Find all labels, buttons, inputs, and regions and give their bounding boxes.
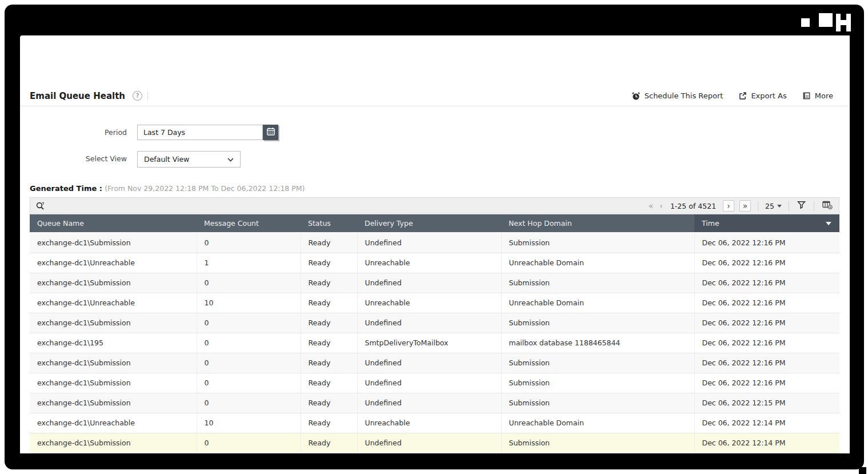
sort-desc-icon — [826, 222, 831, 225]
table-cell: Unreachable Domain — [501, 293, 694, 313]
table-cell: Unreachable — [357, 413, 501, 433]
table-cell: Undefined — [357, 273, 501, 293]
select-view-value: Default View — [144, 155, 189, 164]
column-header-status[interactable]: Status — [301, 214, 357, 233]
next-page-button[interactable]: › — [723, 200, 734, 212]
help-icon[interactable]: ? — [133, 91, 142, 101]
select-view-dropdown[interactable]: Default View — [137, 151, 241, 168]
funnel-icon — [797, 201, 806, 211]
table-row[interactable]: exchange-dc1\Submission0ReadyUndefinedSu… — [30, 393, 839, 413]
pagination-range: 1-25 of 4521 — [670, 202, 716, 210]
table-cell: 0 — [197, 273, 301, 293]
table-cell: 1 — [197, 253, 301, 273]
table-header-row: Queue Name Message Count Status Delivery… — [30, 214, 839, 233]
table-cell: 0 — [197, 233, 301, 253]
table-cell: 0 — [197, 353, 301, 373]
schedule-report-label: Schedule This Report — [645, 91, 723, 100]
prev-page-button[interactable]: ‹ — [659, 202, 663, 210]
column-header-message-count[interactable]: Message Count — [197, 214, 301, 233]
logo-block-h-icon — [836, 14, 851, 31]
table-cell: Submission — [501, 393, 694, 413]
table-cell: Unreachable Domain — [501, 413, 694, 433]
search-icon[interactable] — [35, 201, 45, 211]
calendar-button[interactable] — [263, 125, 278, 140]
table-row[interactable]: exchange-dc1\Submission0ReadyUndefinedSu… — [30, 433, 839, 453]
generated-time-label: Generated Time : — [30, 184, 102, 193]
table-cell: Dec 06, 2022 12:16 PM — [694, 233, 839, 253]
last-page-button[interactable]: » — [739, 200, 751, 212]
table-cell: exchange-dc1\Submission — [30, 233, 197, 253]
more-button[interactable]: More — [802, 91, 833, 100]
more-label: More — [815, 91, 833, 100]
table-cell: 0 — [197, 433, 301, 453]
column-chooser-button[interactable] — [821, 201, 834, 211]
table-cell: Submission — [501, 373, 694, 393]
table-row[interactable]: exchange-dc1\Unreachable10ReadyUnreachab… — [30, 293, 839, 313]
table-cell: Undefined — [357, 393, 501, 413]
table-cell: Ready — [301, 253, 357, 273]
more-icon — [802, 91, 811, 100]
table-row[interactable]: exchange-dc1\Unreachable10ReadyUnreachab… — [30, 413, 839, 433]
table-cell: exchange-dc1\Unreachable — [30, 293, 197, 313]
table-row[interactable]: exchange-dc1\Submission0ReadyUndefinedSu… — [30, 273, 839, 293]
table-cell: Dec 06, 2022 12:16 PM — [694, 293, 839, 313]
table-cell: Dec 06, 2022 12:16 PM — [694, 253, 839, 273]
schedule-report-button[interactable]: Schedule This Report — [631, 91, 723, 101]
period-label: Period — [20, 128, 127, 137]
table-cell: 0 — [197, 313, 301, 333]
table-cell: Ready — [301, 413, 357, 433]
table-row[interactable]: exchange-dc1\Submission0ReadyUndefinedSu… — [30, 353, 839, 373]
table-cell: Ready — [301, 353, 357, 373]
column-header-time[interactable]: Time — [694, 214, 839, 233]
report-actions: Schedule This Report Export As More — [631, 91, 833, 101]
column-header-queue-name[interactable]: Queue Name — [30, 214, 197, 233]
table-cell: exchange-dc1\Submission — [30, 313, 197, 333]
table-cell: Unreachable — [357, 253, 501, 273]
table-row[interactable]: exchange-dc1\Unreachable1ReadyUnreachabl… — [30, 253, 839, 273]
toolbar-separator — [814, 201, 814, 211]
column-header-next-hop-domain[interactable]: Next Hop Domain — [501, 214, 694, 233]
table-cell: exchange-dc1\Submission — [30, 433, 197, 453]
table-cell: Ready — [301, 273, 357, 293]
table-cell: Dec 06, 2022 12:14 PM — [694, 433, 839, 453]
table-cell: Ready — [301, 333, 357, 353]
pagination: « ‹ 1-25 of 4521 › » 25 — [648, 200, 834, 212]
table-row[interactable]: exchange-dc1\1950ReadySmtpDeliveryToMail… — [30, 333, 839, 353]
column-chooser-icon — [822, 201, 833, 211]
column-header-time-label: Time — [702, 219, 719, 228]
table-row[interactable]: exchange-dc1\Submission0ReadyUndefinedSu… — [30, 373, 839, 393]
column-header-delivery-type[interactable]: Delivery Type — [357, 214, 501, 233]
table-cell: Submission — [501, 433, 694, 453]
page-size-dropdown[interactable]: 25 — [765, 202, 782, 210]
logo-block-small-icon — [801, 18, 810, 27]
title-divider — [147, 91, 148, 100]
table-cell: 0 — [197, 393, 301, 413]
table-cell: Dec 06, 2022 12:16 PM — [694, 273, 839, 293]
table-row[interactable]: exchange-dc1\Submission0ReadyUndefinedSu… — [30, 313, 839, 333]
table-row[interactable]: exchange-dc1\Submission0ReadyUndefinedSu… — [30, 233, 839, 253]
table-cell: exchange-dc1\Unreachable — [30, 253, 197, 273]
toolbar-separator — [789, 201, 789, 211]
table-cell: exchange-dc1\Submission — [30, 353, 197, 373]
queue-table-body: exchange-dc1\Submission0ReadyUndefinedSu… — [30, 233, 839, 453]
first-page-button[interactable]: « — [648, 202, 654, 210]
table-cell: 10 — [197, 293, 301, 313]
calendar-icon — [266, 127, 275, 138]
report-page: Email Queue Health ? Schedule This Repor… — [20, 35, 850, 453]
export-as-label: Export As — [751, 91, 786, 100]
table-cell: Ready — [301, 393, 357, 413]
table-cell: Unreachable — [357, 293, 501, 313]
table-cell: 0 — [197, 373, 301, 393]
chevron-down-icon — [227, 155, 234, 164]
period-input[interactable]: Last 7 Days — [137, 125, 263, 140]
generated-time-range: (From Nov 29,2022 12:18 PM To Dec 06,202… — [105, 184, 305, 193]
caret-down-icon — [777, 205, 782, 208]
table-cell: exchange-dc1\195 — [30, 333, 197, 353]
alarm-clock-icon — [631, 91, 641, 101]
export-as-button[interactable]: Export As — [738, 91, 786, 100]
table-cell: exchange-dc1\Submission — [30, 393, 197, 413]
table-cell: exchange-dc1\Unreachable — [30, 413, 197, 433]
export-icon — [738, 91, 747, 100]
toolbar-separator — [758, 201, 758, 211]
filter-button[interactable] — [796, 201, 807, 211]
